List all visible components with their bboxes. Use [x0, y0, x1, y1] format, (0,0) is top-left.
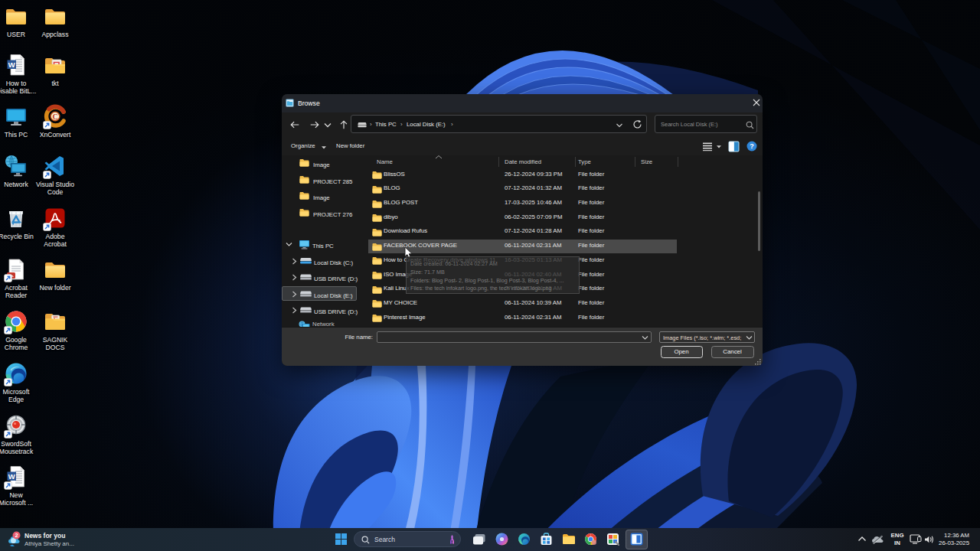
svg-text:?: ?: [750, 142, 754, 150]
svg-text:W: W: [8, 60, 15, 69]
svg-text:C: C: [52, 112, 57, 121]
svg-text:W: W: [8, 472, 15, 481]
svg-text:2: 2: [15, 532, 18, 539]
